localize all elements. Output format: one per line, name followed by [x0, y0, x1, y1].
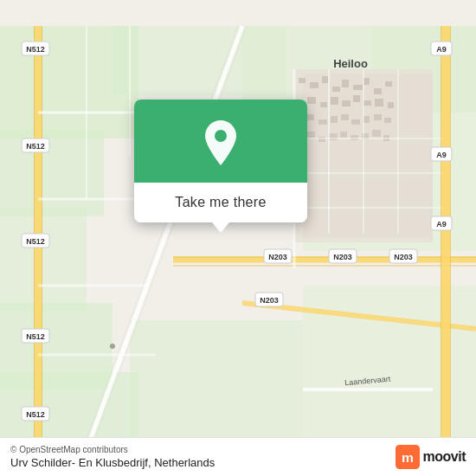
- svg-rect-22: [385, 81, 392, 87]
- svg-rect-35: [351, 119, 360, 125]
- svg-rect-34: [341, 114, 349, 120]
- svg-rect-21: [374, 88, 382, 94]
- svg-rect-32: [318, 119, 327, 125]
- svg-rect-20: [363, 78, 370, 85]
- svg-text:m: m: [402, 450, 414, 465]
- svg-rect-24: [320, 102, 327, 107]
- svg-text:Heiloo: Heiloo: [333, 57, 368, 70]
- svg-rect-37: [374, 114, 382, 120]
- popup-triangle: [212, 222, 229, 233]
- location-pin-icon: [200, 119, 241, 167]
- map-background: N512 N512 N512 N512 N512 N203 N203 N203 …: [0, 0, 476, 476]
- bottom-bar: © OpenStreetMap contributors Urv Schilde…: [0, 437, 476, 476]
- svg-text:N512: N512: [26, 237, 45, 246]
- svg-text:N512: N512: [26, 142, 45, 151]
- popup-card: Take me there: [134, 100, 307, 222]
- svg-rect-38: [384, 118, 391, 123]
- moovit-icon: m: [396, 445, 420, 469]
- svg-rect-27: [353, 95, 360, 102]
- svg-rect-13: [303, 74, 433, 238]
- svg-text:N512: N512: [26, 410, 45, 419]
- svg-rect-42: [340, 132, 347, 138]
- svg-point-100: [110, 344, 115, 349]
- svg-text:A9: A9: [436, 45, 447, 54]
- moovit-text: moovit: [423, 449, 466, 465]
- svg-rect-17: [332, 87, 340, 92]
- svg-text:N203: N203: [260, 296, 279, 305]
- svg-rect-15: [310, 82, 318, 88]
- svg-rect-23: [307, 97, 316, 104]
- svg-rect-39: [307, 132, 315, 138]
- svg-text:N203: N203: [394, 253, 413, 261]
- svg-point-101: [215, 130, 227, 142]
- svg-text:N203: N203: [333, 253, 352, 261]
- svg-rect-10: [130, 320, 303, 450]
- svg-rect-59: [450, 26, 451, 450]
- svg-rect-28: [363, 100, 371, 106]
- svg-text:A9: A9: [436, 220, 447, 228]
- svg-rect-58: [441, 26, 441, 450]
- svg-rect-36: [363, 116, 370, 123]
- svg-rect-29: [375, 99, 383, 106]
- svg-rect-25: [331, 97, 338, 105]
- svg-rect-30: [388, 102, 394, 108]
- svg-text:A9: A9: [436, 151, 447, 159]
- moovit-logo[interactable]: m moovit: [396, 445, 466, 469]
- svg-rect-3: [0, 208, 87, 312]
- svg-rect-31: [307, 114, 314, 120]
- svg-rect-19: [353, 85, 363, 90]
- svg-text:N512: N512: [26, 45, 45, 54]
- svg-rect-57: [441, 26, 450, 450]
- svg-rect-18: [342, 80, 349, 87]
- svg-rect-33: [331, 116, 338, 123]
- svg-rect-45: [372, 130, 381, 137]
- location-name: Urv Schilder- En Klusbedrijf, Netherland…: [10, 456, 215, 469]
- take-me-there-button[interactable]: Take me there: [134, 183, 307, 222]
- svg-text:N203: N203: [268, 253, 287, 261]
- osm-credit: © OpenStreetMap contributors: [10, 445, 215, 454]
- svg-rect-2: [0, 130, 104, 216]
- map-container: N512 N512 N512 N512 N512 N203 N203 N203 …: [0, 0, 476, 476]
- svg-text:N512: N512: [26, 332, 45, 341]
- svg-rect-16: [322, 76, 328, 83]
- bottom-bar-left: © OpenStreetMap contributors Urv Schilde…: [10, 445, 215, 469]
- svg-rect-26: [342, 100, 351, 106]
- svg-rect-14: [299, 78, 306, 83]
- popup-icon-area: [134, 100, 307, 183]
